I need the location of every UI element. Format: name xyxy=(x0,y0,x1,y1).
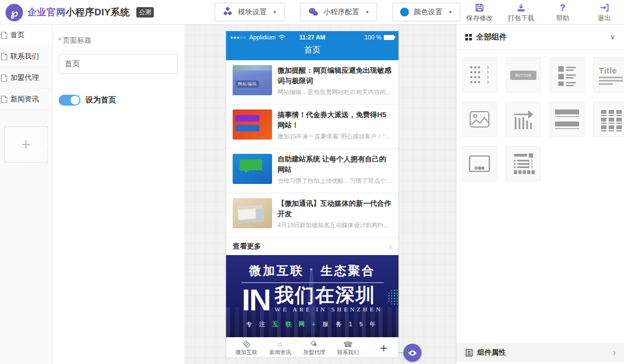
caret-down-icon: ▼ xyxy=(273,10,277,15)
view-more-row[interactable]: 查看更多 › xyxy=(226,238,398,255)
page-label: 联系我们 xyxy=(10,51,39,61)
component-text-block[interactable] xyxy=(550,102,585,137)
rich-list-icon xyxy=(511,152,535,176)
tab-news[interactable]: ☆ 新闻资讯 xyxy=(263,340,297,356)
grid-nav-icon xyxy=(598,107,623,131)
component-chart[interactable] xyxy=(506,102,541,137)
app-title-rest: 小程序DIY系统 xyxy=(66,7,130,18)
tab-weijia[interactable]: 微加互联 xyxy=(229,340,263,356)
title-sample-icon: Title xyxy=(599,66,623,85)
phone-nav-bar[interactable]: 首页 xyxy=(226,43,398,60)
promo-banner[interactable]: 微加互联 · 生态聚合 IN 我们在深圳 WE ARE IN SHENZHEN … xyxy=(226,255,398,337)
news-item[interactable]: 自助建站系统 让每个人拥有自己的网站 当你习惯了自拍上传优酷、习惯了写点小... xyxy=(226,149,398,193)
news-thumbnail xyxy=(233,154,272,184)
component-button[interactable]: BUTTON xyxy=(506,57,541,93)
component-rich-list[interactable] xyxy=(506,146,541,181)
battery-group: 100 % xyxy=(365,34,394,41)
tab-label: 联系我们 xyxy=(337,349,359,356)
news-item[interactable]: 网站编辑 微加提醒：网页编辑应避免出现敏感词与极限词 网站编辑，是指负责网站栏目… xyxy=(226,60,398,105)
news-item[interactable]: 搞事情！代金券大派送，免费得H5网站！ 微加15年来一直秉承着“用心感动客户！”… xyxy=(226,105,398,149)
caret-down-icon: ▼ xyxy=(365,10,369,15)
tab-contact[interactable]: ☎ 联系我们 xyxy=(331,340,365,356)
news-summary: 网站编辑，是指负责网站栏目相关内容的... xyxy=(278,88,392,96)
chart-arrow-icon xyxy=(511,107,535,131)
page-list-sidebar: 首页 联系我们 加盟代理 新闻资讯 + xyxy=(0,25,53,364)
app-title-highlight: 企业官网 xyxy=(27,7,66,18)
banner-dot-circle xyxy=(388,289,398,305)
component-image-text-list[interactable] xyxy=(550,57,585,93)
page-icon xyxy=(1,53,8,61)
news-thumbnail xyxy=(233,109,272,140)
news-summary: 4月19日新加坡知名互动媒体设计机构Pinh... xyxy=(278,221,392,229)
phone-preview: ●●●○○ Applidium 11:27 AM 100 % 首页 网站编辑 xyxy=(226,31,398,357)
page-settings-panel: *页面标题 设为首页 xyxy=(53,25,184,364)
banner-headline-cn: 我们在深圳 xyxy=(275,284,383,306)
set-home-label: 设为首页 xyxy=(85,95,116,105)
top-toolbar: ℘ 企业官网小程序DIY系统 公测 模块设置 ▼ xyxy=(0,0,624,25)
set-home-row: 设为首页 xyxy=(59,95,178,106)
component-menu-list[interactable] xyxy=(462,57,497,93)
diamonds-logo-icon xyxy=(242,340,251,349)
exit-button[interactable]: 退出 xyxy=(589,2,620,23)
news-body: 自助建站系统 让每个人拥有自己的网站 当你习惯了自拍上传优酷、习惯了写点小... xyxy=(278,154,392,188)
tab-label: 新闻资讯 xyxy=(269,349,291,356)
add-tab-button[interactable]: + xyxy=(380,340,388,356)
module-settings-dropdown[interactable]: 模块设置 ▼ xyxy=(215,3,285,21)
news-thumbnail: 网站编辑 xyxy=(233,65,272,95)
set-home-toggle[interactable] xyxy=(59,95,80,106)
banner-line1-right: 生态聚合 xyxy=(321,263,375,279)
sidebar-item-news[interactable]: 新闻资讯 xyxy=(0,89,52,110)
banner-line1: 微加互联 · 生态聚合 xyxy=(249,263,375,279)
color-settings-dropdown[interactable]: 颜色设置 ▼ xyxy=(392,3,460,21)
components-panel-title: 全部组件 xyxy=(476,32,507,42)
beta-badge: 公测 xyxy=(136,7,154,18)
brand: ℘ 企业官网小程序DIY系统 公测 xyxy=(5,0,154,25)
components-panel-header[interactable]: 全部组件 ∨ xyxy=(457,25,624,50)
page-label: 首页 xyxy=(10,30,25,40)
download-button[interactable]: 打包下载 xyxy=(506,2,536,23)
thumbnail-caption: 网站编辑 xyxy=(236,80,259,88)
chevron-down-icon: ∨ xyxy=(610,33,615,41)
component-carousel[interactable] xyxy=(462,146,497,181)
banner-headline-col: 我们在深圳 WE ARE IN SHENZHEN xyxy=(275,284,383,313)
miniprogram-config-label: 小程序配置 xyxy=(323,7,359,17)
add-page-button[interactable]: + xyxy=(4,126,48,163)
sidebar-item-contact[interactable]: 联系我们 xyxy=(0,46,52,67)
star-icon: ☆ xyxy=(277,340,284,349)
component-properties-title: 组件属性 xyxy=(477,348,506,357)
component-title[interactable]: Title xyxy=(593,57,624,93)
sidebar-item-agency[interactable]: 加盟代理 xyxy=(0,67,52,89)
component-properties-header[interactable]: 组件属性 › xyxy=(457,343,624,362)
banner-headline: IN 我们在深圳 WE ARE IN SHENZHEN xyxy=(242,284,383,316)
news-title: 自助建站系统 让每个人拥有自己的网站 xyxy=(278,154,392,175)
banner-subline: WE ARE IN SHENZHEN xyxy=(275,306,383,313)
title-bar xyxy=(599,80,623,82)
title-sample-text: Title xyxy=(599,66,623,75)
tab-agency[interactable]: 加盟代理 xyxy=(297,340,331,356)
color-settings-label: 颜色设置 xyxy=(414,7,442,17)
page-title-label-text: 页面标题 xyxy=(63,36,91,44)
page-label: 加盟代理 xyxy=(10,73,39,83)
design-canvas[interactable]: ●●●○○ Applidium 11:27 AM 100 % 首页 网站编辑 xyxy=(184,25,456,364)
component-image[interactable] xyxy=(462,102,497,137)
text-block-icon xyxy=(555,109,579,129)
banner-tagline-green: 互 联 网 + xyxy=(273,321,319,327)
banner-tagline-pre: 专 注 xyxy=(246,321,272,327)
preview-eye-button[interactable] xyxy=(403,344,421,362)
document-icon xyxy=(465,349,473,357)
news-item[interactable]: 【微加通讯】互动媒体的新一代合作开发 4月19日新加坡知名互动媒体设计机构Pin… xyxy=(226,193,398,238)
miniprogram-config-dropdown[interactable]: 小程序配置 ▼ xyxy=(300,3,377,21)
phone-nav-title: 首页 xyxy=(304,45,321,55)
chevron-right-icon: › xyxy=(613,348,616,357)
banner-line1-left: 微加互联 xyxy=(249,263,304,279)
save-button[interactable]: 保存修改 xyxy=(464,2,495,23)
component-grid-nav[interactable] xyxy=(593,102,624,137)
news-summary: 微加15年来一直秉承着“用心感动客户！”的... xyxy=(278,132,392,141)
news-body: 搞事情！代金券大派送，免费得H5网站！ 微加15年来一直秉承着“用心感动客户！”… xyxy=(278,109,392,143)
page-title-input[interactable] xyxy=(59,54,178,74)
exit-icon xyxy=(599,2,609,13)
sidebar-item-home[interactable]: 首页 xyxy=(0,25,52,46)
banner-tagline-post: 服 务 1 5 年 xyxy=(318,321,379,327)
help-button[interactable]: ? 帮助 xyxy=(547,2,578,23)
plus-icon: + xyxy=(21,135,31,154)
